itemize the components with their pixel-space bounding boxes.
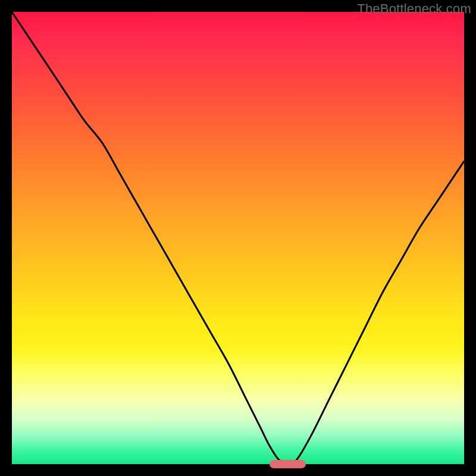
chart-frame: TheBottleneck.com: [0, 0, 476, 476]
plot-area: [12, 12, 464, 464]
optimal-range-marker: [270, 460, 306, 468]
watermark-text: TheBottleneck.com: [357, 1, 471, 17]
bottleneck-curve: [12, 12, 464, 464]
curve-path: [12, 12, 464, 464]
